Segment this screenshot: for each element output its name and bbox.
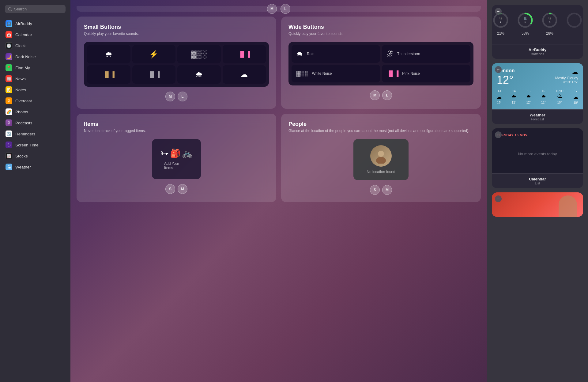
sidebar-item-calendar[interactable]: 📅 Calendar (2, 29, 68, 40)
sound-btn-white-noise[interactable]: ▓▒░ (177, 45, 221, 63)
no-location-text: No location found (367, 170, 395, 174)
calendar-widget: TUESDAY 16 NOV No more events today (492, 128, 583, 173)
small-buttons-avatar-l: L (178, 92, 187, 101)
notes-icon: 📝 (6, 86, 12, 93)
calendar-footer: Calendar List (492, 173, 583, 188)
sound-btn-pink-noise[interactable]: ▐▌▐ (223, 45, 266, 63)
podcasts-label: Podcasts (15, 121, 32, 125)
forecast-15: 15 🌧 12° (526, 89, 531, 104)
sidebar-item-news[interactable]: 📰 News (2, 73, 68, 84)
forecast-15-temp: 12° (526, 101, 531, 104)
right-panel: − 🎧 L 21% � (487, 0, 588, 382)
airbuddy-panel-card: − 🎧 L 21% � (492, 5, 583, 59)
sidebar: Search 🎧 AirBuddy 📅 Calendar 🕐 Clock 🌙 D… (0, 0, 70, 382)
sound-btn-brown[interactable]: ▐▌▐ (87, 65, 130, 84)
people-avatar-m: M (382, 185, 392, 195)
airbuddy-footer: AirBuddy Batteries (492, 44, 583, 59)
battery-left-ring: 🎧 L (492, 11, 510, 29)
battery-extra (565, 11, 583, 36)
news-icon: 📰 (6, 75, 12, 82)
sidebar-item-clock[interactable]: 🕐 Clock (2, 40, 68, 51)
news-label: News (15, 77, 26, 81)
svg-point-3 (376, 157, 386, 164)
forecast-1609-time: 16:09 (556, 89, 564, 93)
main-content: M L Small Buttons Quickly play your favo… (70, 0, 487, 382)
sidebar-item-dark-noise[interactable]: 🌙 Dark Noise (2, 51, 68, 62)
forecast-17-temp: 10° (573, 101, 578, 104)
calendar-footer-title: Calendar (495, 177, 580, 181)
wide-btn-rain-label: Rain (307, 52, 315, 56)
weather-hi-lo: H:13° L:5° (555, 80, 578, 84)
wide-btn-white-noise[interactable]: ▓▒░ White Noise (292, 65, 380, 82)
weather-widget: London 12° ☁ Mostly Cloudy H:13° L:5° 13… (492, 63, 583, 109)
weather-top: London 12° ☁ Mostly Cloudy H:13° L:5° (497, 68, 578, 86)
weather-remove-button[interactable]: − (495, 66, 502, 73)
svg-text:□: □ (525, 21, 526, 23)
small-buttons-title: Small Buttons (84, 24, 269, 30)
clock-icon: 🕐 (6, 42, 12, 49)
weather-footer-title: Weather (495, 113, 580, 117)
people-subtitle: Glance at the location of the people you… (288, 129, 473, 133)
reminders-icon: ☑️ (6, 130, 12, 137)
wide-btn-white-noise-label: White Noise (312, 71, 332, 76)
items-avatar-s: S (165, 184, 175, 194)
forecast-13-icon: ☁ (497, 94, 502, 100)
clock-label: Clock (15, 43, 26, 48)
forecast-16: 16 🌧 11° (541, 89, 546, 104)
photos-label: Photos (15, 110, 28, 114)
items-preview: 🗝 🎒 🚲 Add Your Items (84, 139, 269, 179)
svg-text:🎧: 🎧 (499, 17, 502, 20)
bag-icon: 🎒 (170, 148, 181, 158)
sidebar-item-photos[interactable]: 🌈 Photos (2, 106, 68, 117)
sidebar-item-overcast[interactable]: 🎙 Overcast (2, 95, 68, 106)
airbuddy-widget: 🎧 L 21% 💻 □ 58% (492, 5, 583, 44)
forecast-17-icon: ☁ (573, 94, 578, 100)
sound-btn-cloud[interactable]: ☁ (223, 65, 266, 84)
forecast-16-icon: 🌧 (541, 94, 546, 100)
search-container: Search (0, 5, 70, 18)
photos-icon: 🌈 (6, 108, 12, 115)
battery-right-ring: 🎧 R (541, 11, 559, 29)
sidebar-item-stocks[interactable]: 📈 Stocks (2, 150, 68, 161)
airbuddy-footer-title: AirBuddy (495, 47, 580, 52)
find-my-label: Find My (15, 66, 30, 70)
svg-text:R: R (549, 21, 550, 23)
sidebar-item-find-my[interactable]: 📍 Find My (2, 62, 68, 73)
sidebar-item-notes[interactable]: 📝 Notes (2, 84, 68, 95)
bottom-partial-remove-button[interactable]: − (495, 195, 502, 202)
forecast-15-time: 15 (527, 89, 530, 93)
wide-btn-thunderstorm[interactable]: ⛈ Thunderstorm (382, 45, 470, 63)
forecast-14: 14 🌧 12° (511, 89, 516, 104)
top-avatar-1: M (267, 4, 277, 14)
sound-btn-thunder[interactable]: ⚡ (132, 45, 176, 63)
find-my-icon: 📍 (6, 64, 12, 71)
sound-btn-rain[interactable]: 🌧 (87, 45, 130, 63)
forecast-15-icon: 🌧 (526, 94, 531, 100)
battery-case-pct: 58% (522, 31, 529, 36)
calendar-date: TUESDAY 16 NOV (497, 133, 578, 137)
svg-point-4 (494, 13, 507, 27)
sidebar-item-airbuddy[interactable]: 🎧 AirBuddy (2, 18, 68, 29)
weather-cloud-icon: ☁ (555, 68, 578, 76)
sidebar-item-screen-time[interactable]: ⏱ Screen Time (2, 139, 68, 150)
airbuddy-remove-button[interactable]: − (495, 8, 502, 15)
screen-time-icon: ⏱ (6, 142, 12, 148)
sidebar-item-weather[interactable]: 🌤 Weather (2, 161, 68, 172)
wide-btn-thunderstorm-label: Thunderstorm (397, 52, 420, 56)
bike-icon: 🚲 (182, 148, 193, 158)
sound-btn-drizzle[interactable]: 🌧 (177, 65, 221, 84)
sidebar-item-reminders[interactable]: ☑️ Reminders (2, 128, 68, 139)
items-icons: 🗝 🎒 🚲 (160, 148, 193, 158)
sound-btn-wave[interactable]: ▐▌▐ (132, 65, 176, 84)
calendar-remove-button[interactable]: − (495, 131, 502, 138)
svg-text:🎧: 🎧 (548, 17, 551, 20)
dark-noise-icon: 🌙 (6, 53, 12, 60)
wide-btn-pink-noise[interactable]: ▐▌▐ Pink Noise (382, 65, 470, 82)
wide-buttons-widget: Wide Buttons Quickly play your favorite … (281, 17, 481, 109)
sidebar-item-podcasts[interactable]: 🎙 Podcasts (2, 117, 68, 128)
search-placeholder: Search (14, 7, 27, 11)
wide-btn-rain[interactable]: 🌧 Rain (292, 45, 380, 63)
battery-left: 🎧 L 21% (492, 11, 510, 36)
battery-case: 💻 □ 58% (516, 11, 534, 36)
search-box[interactable]: Search (5, 5, 66, 13)
